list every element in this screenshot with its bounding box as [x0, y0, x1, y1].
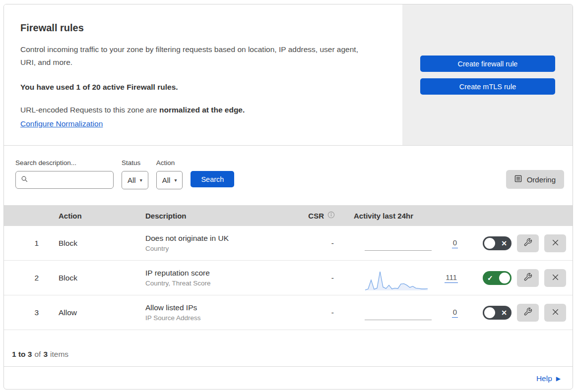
- action-filter-group: Action All ▾: [156, 159, 183, 189]
- close-icon: [551, 308, 560, 318]
- status-label: Status: [122, 159, 148, 167]
- toggle-knob: [484, 238, 495, 249]
- pagination-summary: 1 to 3 of 3 items: [4, 330, 573, 366]
- page-description: Control incoming traffic to your zone by…: [20, 43, 373, 69]
- activity-sparkline: [365, 295, 432, 330]
- wrench-icon: [523, 273, 532, 283]
- info-icon[interactable]: [327, 211, 335, 220]
- wrench-icon: [523, 238, 532, 248]
- total-count: 3: [43, 350, 48, 359]
- rule-description: IP reputation score: [145, 269, 289, 278]
- status-select[interactable]: All ▾: [122, 171, 148, 189]
- rule-controls: ✓ ✕: [468, 269, 573, 287]
- search-box[interactable]: [15, 171, 114, 189]
- rule-action: Block: [49, 274, 135, 282]
- check-icon: ✓: [487, 274, 493, 281]
- search-label: Search description...: [15, 159, 114, 167]
- help-bar: Help ▶: [4, 366, 573, 390]
- search-group: Search description...: [15, 159, 114, 189]
- rule-csr: -: [289, 274, 344, 282]
- usage-summary: You have used 1 of 20 active Firewall ru…: [20, 83, 383, 92]
- rule-controls: ✓ ✕: [468, 304, 573, 322]
- activity-sparkline: [365, 261, 432, 295]
- table-header-row: Action Description CSR Activity last 24h…: [4, 205, 573, 226]
- action-column-header: Action: [49, 212, 135, 220]
- edit-rule-button[interactable]: [517, 304, 539, 322]
- create-mtls-rule-button[interactable]: Create mTLS rule: [420, 78, 555, 95]
- rule-enabled-toggle[interactable]: ✓ ✕: [483, 236, 512, 250]
- rule-activity-cell: 0: [344, 226, 468, 260]
- action-select[interactable]: All ▾: [156, 171, 183, 189]
- header-section: Firewall rules Control incoming traffic …: [4, 4, 573, 146]
- rule-action: Allow: [49, 308, 135, 317]
- rule-fields: IP Source Address: [145, 314, 289, 322]
- rule-description-cell: Allow listed IPs IP Source Address: [135, 303, 289, 322]
- rule-description-cell: IP reputation score Country, Threat Scor…: [135, 269, 289, 287]
- close-icon: [551, 238, 560, 248]
- rule-action: Block: [49, 239, 135, 248]
- search-button[interactable]: Search: [191, 171, 234, 187]
- delete-rule-button[interactable]: [544, 304, 566, 322]
- wrench-icon: [523, 307, 532, 318]
- chevron-down-icon: ▾: [174, 177, 177, 183]
- rule-enabled-toggle[interactable]: ✓ ✕: [483, 271, 512, 285]
- rule-activity-cell: 0: [344, 295, 468, 330]
- rule-activity-cell: 111: [344, 261, 468, 295]
- range-label: 1 to 3: [12, 350, 32, 359]
- edit-rule-button[interactable]: [517, 269, 539, 287]
- configure-normalization-link[interactable]: Configure Normalization: [20, 119, 103, 128]
- rule-priority: 3: [4, 308, 49, 317]
- rule-controls: ✓ ✕: [468, 234, 573, 252]
- action-select-value: All: [162, 176, 171, 184]
- search-icon: [21, 175, 28, 185]
- normalization-note: URL-encoded Requests to this zone are no…: [20, 106, 383, 114]
- table-row: 3 Allow Allow listed IPs IP Source Addre…: [4, 295, 573, 330]
- rule-description: Does not originate in UK: [145, 234, 289, 243]
- activity-sparkline: [365, 226, 432, 260]
- rule-csr: -: [289, 308, 344, 317]
- search-input[interactable]: [32, 176, 122, 184]
- rule-priority: 2: [4, 274, 49, 282]
- activity-count-link[interactable]: 111: [445, 273, 458, 283]
- header-text-block: Firewall rules Control incoming traffic …: [4, 4, 402, 145]
- activity-count-link[interactable]: 0: [452, 308, 458, 318]
- table-row: 1 Block Does not originate in UK Country…: [4, 226, 573, 261]
- toggle-knob: [484, 307, 495, 318]
- chevron-down-icon: ▾: [140, 177, 142, 183]
- x-icon: ✕: [501, 309, 507, 316]
- arrow-right-icon: ▶: [556, 375, 561, 382]
- csr-column-header: CSR: [289, 211, 344, 220]
- table-row: 2 Block IP reputation score Country, Thr…: [4, 261, 573, 295]
- status-filter-group: Status All ▾: [122, 159, 148, 189]
- activity-count-link[interactable]: 0: [452, 238, 458, 248]
- firewall-rules-panel: Firewall rules Control incoming traffic …: [3, 4, 573, 390]
- help-link[interactable]: Help ▶: [536, 374, 561, 383]
- rule-description: Allow listed IPs: [145, 303, 289, 312]
- delete-rule-button[interactable]: [544, 234, 566, 252]
- activity-column-header: Activity last 24hr: [344, 212, 468, 220]
- rule-enabled-toggle[interactable]: ✓ ✕: [483, 306, 512, 320]
- rule-priority: 1: [4, 239, 49, 248]
- edit-rule-button[interactable]: [517, 234, 539, 252]
- filter-bar: Search description... Status All ▾ Actio…: [4, 146, 573, 205]
- description-column-header: Description: [135, 212, 289, 220]
- actions-panel: Create firewall rule Create mTLS rule: [402, 4, 573, 145]
- list-icon: [514, 175, 522, 184]
- close-icon: [551, 273, 560, 283]
- page-title: Firewall rules: [20, 22, 383, 34]
- status-select-value: All: [128, 176, 136, 184]
- rule-description-cell: Does not originate in UK Country: [135, 234, 289, 252]
- toggle-knob: [499, 273, 510, 283]
- x-icon: ✕: [501, 239, 507, 246]
- rule-csr: -: [289, 239, 344, 248]
- delete-rule-button[interactable]: [544, 269, 566, 287]
- rule-fields: Country, Threat Score: [145, 280, 289, 287]
- ordering-button-label: Ordering: [527, 175, 556, 184]
- ordering-button[interactable]: Ordering: [506, 170, 564, 189]
- create-firewall-rule-button[interactable]: Create firewall rule: [420, 56, 555, 72]
- rule-fields: Country: [145, 245, 289, 252]
- action-label: Action: [156, 159, 183, 167]
